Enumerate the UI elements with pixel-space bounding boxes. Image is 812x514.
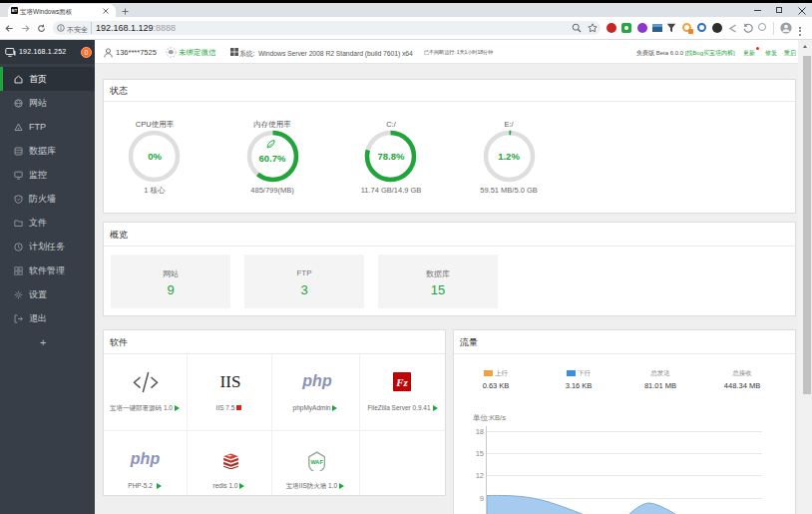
- svg-text:WAF: WAF: [310, 459, 323, 465]
